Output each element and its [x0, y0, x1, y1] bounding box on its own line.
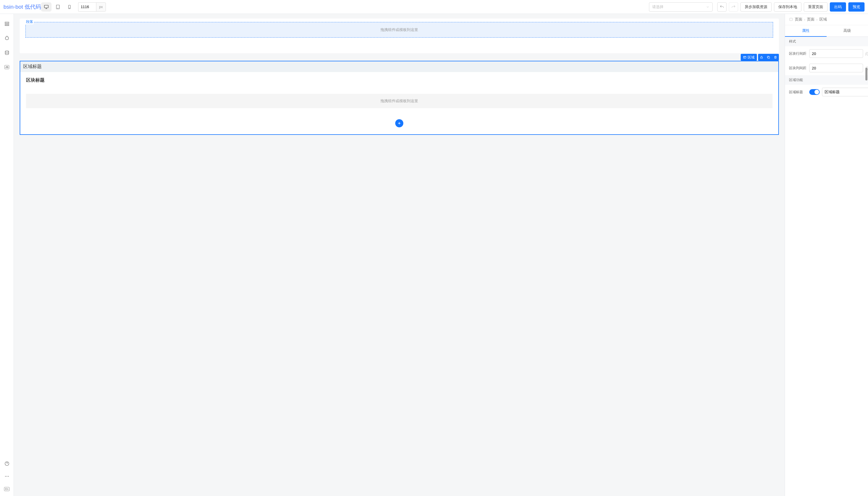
svg-rect-6	[5, 24, 9, 24]
region-copy-button[interactable]	[765, 54, 772, 61]
chevron-down-icon	[706, 5, 709, 9]
breadcrumb-item[interactable]: 页面	[807, 17, 815, 22]
more-icon	[4, 474, 10, 479]
svg-point-10	[5, 476, 5, 477]
svg-rect-7	[5, 25, 9, 26]
canvas-width-unit: px	[96, 2, 106, 12]
section-region-func-title: 区域功能	[785, 75, 868, 85]
reset-page-button[interactable]: 重置页面	[804, 2, 827, 12]
svg-point-11	[6, 476, 7, 477]
paragraph-drop-zone[interactable]: 拖拽组件或模板到这里	[26, 22, 773, 37]
header-select[interactable]: 请选择	[649, 2, 713, 12]
region-component[interactable]: 区域	[20, 61, 779, 135]
region-title-label: 区域标题	[789, 90, 807, 95]
rail-layout-button[interactable]	[4, 21, 10, 27]
col-gap-label: 区块列间距	[789, 66, 807, 71]
svg-rect-13	[744, 57, 746, 59]
row-gap-expr-button[interactable]: {/}	[865, 50, 868, 57]
breadcrumb-item[interactable]: 区域	[819, 17, 827, 22]
device-tablet-button[interactable]	[53, 2, 63, 12]
breadcrumb-icon	[789, 17, 793, 21]
region-title: 区域标题	[20, 61, 778, 72]
rail-more-button[interactable]	[4, 474, 10, 479]
rail-data-button[interactable]	[4, 50, 10, 56]
rail-lang-button[interactable]: En	[4, 486, 10, 492]
plus-icon	[397, 121, 401, 125]
tab-advanced[interactable]: 高级	[826, 25, 868, 37]
add-block-button[interactable]	[395, 119, 403, 127]
undo-button[interactable]	[717, 2, 727, 12]
svg-point-4	[69, 8, 69, 8]
svg-rect-16	[790, 18, 792, 21]
layout-icon	[4, 21, 10, 26]
js-icon: JS	[4, 65, 9, 69]
redo-icon	[731, 5, 736, 9]
region-title-switch[interactable]	[809, 89, 820, 95]
section-style-title: 样式	[785, 37, 868, 46]
header-select-placeholder: 请选择	[652, 4, 663, 10]
region-lock-button[interactable]	[758, 54, 765, 61]
help-icon	[4, 461, 10, 466]
device-switcher	[41, 2, 75, 12]
device-mobile-button[interactable]	[64, 2, 75, 12]
rail-help-button[interactable]	[4, 461, 10, 466]
trash-icon	[774, 56, 777, 59]
rail-components-button[interactable]	[4, 35, 10, 41]
svg-point-12	[8, 476, 9, 477]
undo-icon	[720, 5, 724, 9]
tablet-icon	[55, 4, 61, 10]
breadcrumb: 页面 › 页面 › 区域	[785, 14, 868, 25]
properties-panel: 页面 › 页面 › 区域 属性 高级 样式 区块行间距 {/} 区块列间距 {/…	[785, 14, 868, 496]
database-icon	[4, 50, 10, 55]
device-desktop-button[interactable]	[41, 2, 51, 12]
async-load-button[interactable]: 异步加载资源	[740, 2, 772, 12]
region-icon	[743, 56, 746, 59]
breadcrumb-item[interactable]: 页面	[795, 17, 802, 22]
paragraph-label: 段落	[26, 19, 34, 24]
save-local-button[interactable]: 保存到本地	[774, 2, 802, 12]
rail-js-button[interactable]: JS	[4, 64, 10, 70]
lock-icon	[760, 56, 763, 59]
lang-icon: En	[4, 487, 10, 491]
svg-rect-14	[761, 57, 763, 59]
left-rail: JS En	[0, 14, 14, 496]
block-drop-zone[interactable]: 拖拽组件或模板到这里	[26, 94, 773, 108]
svg-rect-15	[768, 57, 770, 59]
col-gap-input[interactable]	[809, 64, 863, 72]
region-delete-button[interactable]	[772, 54, 779, 61]
region-toolbar-label[interactable]: 区域	[741, 55, 757, 60]
svg-rect-5	[5, 22, 9, 23]
app-logo: bsin-bot 低代码	[3, 3, 41, 11]
export-code-button[interactable]: 出码	[830, 2, 846, 12]
svg-point-8	[5, 51, 9, 52]
redo-button[interactable]	[729, 2, 738, 12]
preview-button[interactable]: 预览	[848, 2, 865, 12]
canvas-width-input[interactable]	[78, 2, 96, 12]
scrollbar-thumb[interactable]	[865, 68, 867, 80]
block-title: 区块标题	[26, 77, 773, 83]
desktop-icon	[44, 4, 49, 10]
region-title-input[interactable]	[822, 88, 868, 96]
puzzle-icon	[4, 35, 10, 41]
copy-icon	[767, 56, 770, 59]
svg-point-2	[58, 8, 58, 8]
svg-rect-0	[44, 5, 48, 8]
row-gap-label: 区块行间距	[789, 51, 807, 56]
tab-attributes[interactable]: 属性	[785, 25, 826, 37]
canvas-area: 段落 拖拽组件或模板到这里 区域	[14, 14, 785, 496]
mobile-icon	[67, 4, 72, 10]
row-gap-input[interactable]	[809, 49, 863, 58]
